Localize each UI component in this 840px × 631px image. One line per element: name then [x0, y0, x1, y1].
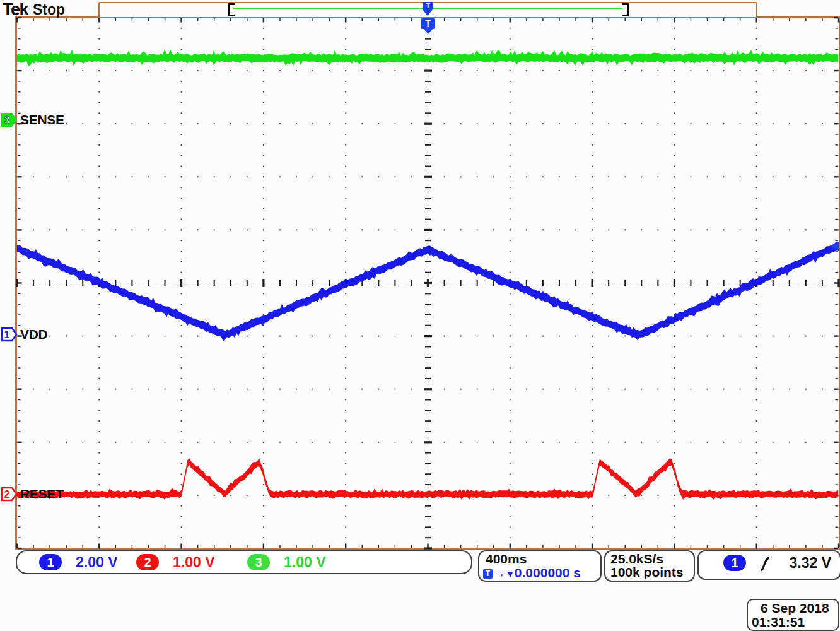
acquisition-status: Stop [33, 1, 65, 18]
channel-3-marker-number: 3 [4, 115, 10, 126]
trigger-t-icon: T [483, 569, 493, 579]
acquisition-readout-box[interactable]: 25.0kS/s 100k points [604, 550, 695, 582]
channel-1-ground-marker[interactable]: 1 [1, 326, 18, 343]
channel-1-marker-number: 1 [4, 329, 10, 340]
channel-label-vdd: VDD [20, 327, 47, 342]
trigger-t-icon: T [421, 18, 435, 29]
position-marker-icon: ▼ [506, 569, 515, 579]
trigger-readout-box[interactable]: 1 3.32 V [697, 550, 840, 580]
record-length: 100k points [610, 565, 684, 579]
trigger-flag-tail-icon [424, 29, 433, 34]
time-label: 01:31:51 [752, 615, 805, 629]
graticule-and-waveforms [0, 0, 840, 631]
record-window-bracket-left[interactable] [228, 3, 235, 16]
datetime-box: 6 Sep 2018 01:31:51 [747, 599, 839, 631]
trigger-source-badge: 1 [723, 555, 746, 571]
trigger-position-flag[interactable]: T [421, 18, 435, 34]
trace-sense [17, 49, 838, 66]
channel-3-scale: 1.00 V [284, 554, 326, 571]
rising-edge-icon [759, 556, 771, 572]
trigger-delay-value: 0.000000 s [515, 565, 581, 580]
channel-scale-readout-box[interactable]: 1 2.00 V 2 1.00 V 3 1.00 V [16, 550, 472, 574]
sample-rate: 25.0kS/s [610, 552, 663, 566]
trigger-level-value: 3.32 V [790, 555, 832, 572]
channel-3-ground-marker[interactable]: 3 [1, 112, 18, 128]
arrow-right-icon: → [493, 565, 506, 580]
oscilloscope-screen: Tek Stop T T 3 1 2 SENSE VDD RESET 1 2.0… [0, 0, 840, 631]
channel-2-marker-number: 2 [4, 489, 10, 500]
trigger-t-icon: T [423, 2, 433, 9]
record-trigger-marker[interactable]: T [423, 2, 433, 16]
channel-2-scale: 1.00 V [173, 554, 215, 571]
time-per-division: 400ms [486, 552, 527, 566]
date-label: 6 Sep 2018 [761, 601, 829, 615]
channel-1-badge: 1 [39, 554, 62, 570]
channel-label-sense: SENSE [20, 112, 64, 127]
tek-logo: Tek [3, 0, 28, 20]
channel-1-scale: 2.00 V [76, 554, 118, 571]
channel-3-badge: 3 [247, 554, 270, 570]
trace-reset [17, 458, 838, 500]
record-window-bracket-right[interactable] [622, 3, 629, 16]
channel-2-ground-marker[interactable]: 2 [1, 486, 18, 502]
horizontal-readout-box[interactable]: 400ms T→▼0.000000 s [478, 550, 602, 582]
channel-label-reset: RESET [20, 487, 64, 502]
channel-2-badge: 2 [136, 554, 159, 570]
trigger-t-arrow-icon [423, 9, 433, 16]
